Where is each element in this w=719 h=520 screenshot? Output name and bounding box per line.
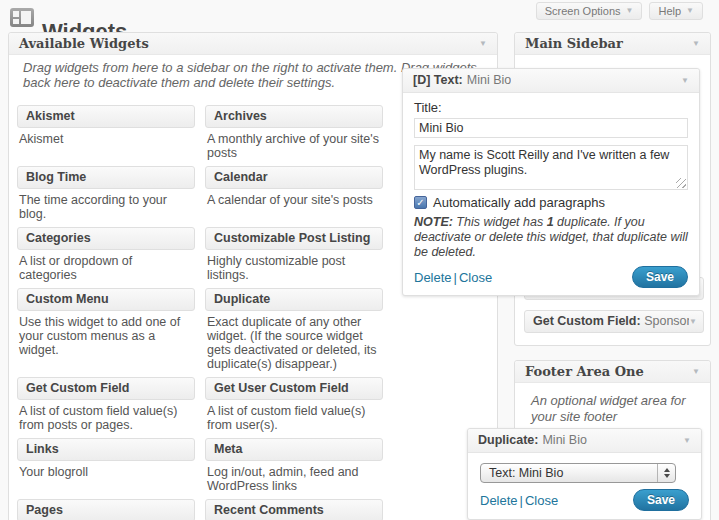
widget-description: A monthly archive of your site's posts (205, 128, 383, 160)
available-widget-card: Archives A monthly archive of your site'… (205, 105, 383, 160)
duplicate-widget-editor: Duplicate: Mini Bio ▼ Text: Mini Bio Del… (467, 428, 702, 520)
screen-meta-links: Screen Options ▼ Help ▼ (536, 2, 703, 20)
widget-description: The time according to your blog. (17, 189, 195, 221)
chevron-down-icon: ▼ (692, 368, 700, 376)
available-widget-card: Blog Time The time according to your blo… (17, 166, 195, 221)
main-sidebar-header[interactable]: Main Sidebar ▼ (515, 33, 710, 55)
widget-content-textarea[interactable]: My name is Scott Reilly and I've written… (414, 145, 688, 190)
widget-title-box[interactable]: Recent Comments (205, 499, 383, 520)
widgets-icon (10, 8, 34, 27)
available-widget-card: Recent Comments The most recent comments (205, 499, 383, 520)
panel-title: Main Sidebar (525, 36, 623, 51)
widget-description: Log in/out, admin, feed and WordPress li… (205, 461, 383, 493)
title-field-label: Title: (414, 100, 688, 115)
widget-title-box[interactable]: Get User Custom Field (205, 377, 383, 400)
widget-title-box[interactable]: Pages (17, 499, 195, 520)
widget-description: Your blogroll (17, 461, 195, 479)
widgets-admin-page: Widgets Screen Options ▼ Help ▼ Availabl… (0, 0, 719, 520)
chevron-down-icon: ▼ (479, 40, 487, 48)
widget-title-box[interactable]: Meta (205, 438, 383, 461)
available-widget-card: Meta Log in/out, admin, feed and WordPre… (205, 438, 383, 493)
save-button[interactable]: Save (632, 266, 688, 288)
widget-title-box[interactable]: Categories (17, 227, 195, 250)
text-widget-editor-header[interactable]: [D] Text: Mini Bio ▼ (403, 69, 699, 93)
delete-link[interactable]: Delete (414, 270, 452, 285)
checkbox-label: Automatically add paragraphs (433, 195, 605, 210)
duplicate-source-select[interactable]: Text: Mini Bio (480, 463, 676, 483)
widget-description: Exact duplicate of any other widget. (If… (205, 311, 383, 371)
resize-handle-icon[interactable] (676, 178, 686, 188)
footer-area-header[interactable]: Footer Area One ▼ (515, 361, 710, 383)
select-stepper-icon (657, 464, 675, 482)
chevron-down-icon: ▼ (686, 7, 694, 15)
close-link[interactable]: Close (459, 270, 492, 285)
panel-title: Available Widgets (19, 36, 149, 51)
widget-description: A list or dropdown of categories (17, 250, 195, 282)
panel-title: Footer Area One (525, 364, 644, 379)
available-widget-card: Akismet Akismet (17, 105, 195, 160)
text-widget-editor: [D] Text: Mini Bio ▼ Title: My name is S… (402, 68, 700, 296)
widget-title-box[interactable]: Blog Time (17, 166, 195, 189)
widget-title-box[interactable]: Duplicate (205, 288, 383, 311)
widget-title-box[interactable]: Archives (205, 105, 383, 128)
available-widget-card: Duplicate Exact duplicate of any other w… (205, 288, 383, 371)
widget-description: Use this widget to add one of your custo… (17, 311, 195, 357)
widget-title-box[interactable]: Customizable Post Listing (205, 227, 383, 250)
close-link[interactable]: Close (525, 493, 558, 508)
save-button[interactable]: Save (633, 489, 689, 511)
available-widget-card: Get Custom Field A list of custom field … (17, 377, 195, 432)
chevron-down-icon: ▼ (681, 77, 689, 85)
widget-description: A list of custom field value(s) from pos… (17, 400, 195, 432)
widget-title-box[interactable]: Get Custom Field (17, 377, 195, 400)
widget-title-input[interactable] (414, 118, 688, 138)
chevron-down-icon: ▼ (626, 7, 634, 15)
delete-link[interactable]: Delete (480, 493, 518, 508)
footer-area-panel: Footer Area One ▼ An optional widget are… (514, 360, 711, 520)
chevron-down-icon: ▼ (692, 40, 700, 48)
widget-title-box[interactable]: Links (17, 438, 195, 461)
widget-title-box[interactable]: Calendar (205, 166, 383, 189)
help-button[interactable]: Help ▼ (649, 2, 703, 20)
duplicate-widget-editor-header[interactable]: Duplicate: Mini Bio ▼ (468, 429, 701, 453)
available-widget-card: Customizable Post Listing Highly customi… (205, 227, 383, 282)
editor-links: Delete|Close (480, 493, 558, 508)
available-widget-card: Calendar A calendar of your site's posts (205, 166, 383, 221)
duplicate-note: NOTE: This widget has 1 duplicate. If yo… (414, 215, 688, 260)
widget-description: Highly customizable post listings. (205, 250, 383, 282)
editor-links: Delete|Close (414, 270, 492, 285)
widget-description: Akismet (17, 128, 195, 146)
widget-title-box[interactable]: Akismet (17, 105, 195, 128)
chevron-down-icon: ▼ (683, 437, 691, 445)
sidebar-widget-get-custom-field[interactable]: Get Custom Field: Sponsors ▼ (524, 310, 704, 333)
widget-description: A calendar of your site's posts (205, 189, 383, 207)
available-widget-card: Links Your blogroll (17, 438, 195, 493)
footer-area-description: An optional widget area for your site fo… (531, 393, 694, 425)
main-sidebar-panel: Main Sidebar ▼ [D] Text: Mini Bio ▼ Titl… (514, 32, 711, 346)
available-widget-card: Get User Custom Field A list of custom f… (205, 377, 383, 432)
screen-options-button[interactable]: Screen Options ▼ (536, 2, 643, 20)
available-widget-card: Categories A list or dropdown of categor… (17, 227, 195, 282)
auto-paragraphs-option[interactable]: ✓ Automatically add paragraphs (414, 195, 688, 210)
available-widget-card: Pages Your site's WordPress Pages (17, 499, 195, 520)
widget-description: A list of custom field value(s) from use… (205, 400, 383, 432)
chevron-down-icon: ▼ (689, 318, 697, 326)
checkbox-checked-icon[interactable]: ✓ (414, 196, 427, 209)
available-widgets-header[interactable]: Available Widgets ▼ (9, 33, 497, 55)
available-widget-card: Custom Menu Use this widget to add one o… (17, 288, 195, 371)
widget-title-box[interactable]: Custom Menu (17, 288, 195, 311)
